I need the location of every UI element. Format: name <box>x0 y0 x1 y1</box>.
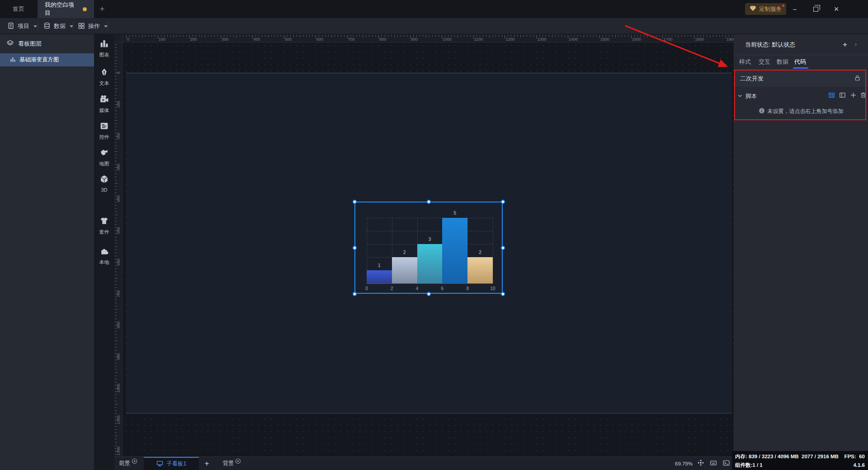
dock-item-4[interactable]: 控件 <box>99 121 109 141</box>
add-foreground-button[interactable] <box>132 458 137 465</box>
minimize-button[interactable]: − <box>784 0 805 18</box>
ruler-label: 1600 <box>632 37 641 42</box>
ruler-tick <box>240 35 240 37</box>
ruler-tick <box>115 287 117 288</box>
ruler-label: 700 <box>116 290 121 297</box>
fit-screen-button[interactable] <box>697 459 704 468</box>
board-tab-active[interactable]: 子看板1 <box>144 457 199 470</box>
selection-handle[interactable] <box>353 200 357 204</box>
ruler-tick <box>495 35 496 37</box>
ruler-tick <box>115 350 117 351</box>
dock-item-8[interactable]: 本地 <box>99 246 109 266</box>
puzzle-icon <box>99 246 109 258</box>
restore-button[interactable] <box>805 0 826 18</box>
ruler-tick <box>115 382 117 382</box>
chevron-right-icon[interactable]: › <box>855 41 857 47</box>
tab-home[interactable]: 首页 <box>5 0 32 18</box>
ruler-tick <box>394 35 395 38</box>
tab-current-project[interactable]: 我的空白项目 <box>38 0 94 18</box>
ruler-tick <box>115 95 117 95</box>
ruler-tick <box>375 35 376 37</box>
layout-view-button[interactable] <box>839 92 846 100</box>
ruler-tick <box>625 35 625 37</box>
ruler-label: 800 <box>379 37 386 42</box>
new-tab-button[interactable]: + <box>94 0 110 18</box>
console-button[interactable] <box>722 460 730 468</box>
selection-handle[interactable] <box>501 246 505 250</box>
inspector-tab-4[interactable]: 代码 <box>794 55 806 69</box>
ruler-tick <box>341 35 341 37</box>
keyboard-shortcuts-button[interactable] <box>709 460 718 468</box>
add-state-button[interactable]: + <box>840 40 849 49</box>
ruler-tick <box>426 35 426 38</box>
ruler-tick <box>363 35 363 38</box>
table-view-button[interactable] <box>828 92 835 100</box>
ruler-tick <box>115 63 117 64</box>
background-label[interactable]: 背景 <box>222 460 234 467</box>
close-button[interactable]: × <box>826 0 847 18</box>
zoom-level[interactable]: 69.79% <box>675 461 693 466</box>
menu-project[interactable]: 项目 <box>7 18 37 34</box>
ruler-tick <box>306 35 307 37</box>
ruler-tick <box>281 35 281 37</box>
dock-item-7[interactable]: 套件 <box>99 216 109 235</box>
selection-handle[interactable] <box>501 200 505 204</box>
ruler-tick <box>502 35 502 37</box>
dock-item-3[interactable]: 媒体 <box>99 94 109 114</box>
ruler-tick <box>145 35 146 37</box>
ruler-tick <box>722 35 723 37</box>
dock-item-5[interactable]: 地图 <box>99 148 109 167</box>
ruler-tick <box>115 123 117 124</box>
selection-handle[interactable] <box>501 292 505 296</box>
ruler-tick <box>265 35 265 37</box>
menu-data[interactable]: 数据 <box>43 18 73 34</box>
ruler-tick <box>115 76 117 76</box>
ruler-tick <box>435 35 436 37</box>
selection-handle[interactable] <box>353 292 357 296</box>
inspector-tab-3[interactable]: 数据 <box>777 55 788 69</box>
ruler-tick <box>115 127 117 127</box>
layers-panel: 看板图层 基础渐变直方图 <box>0 34 94 470</box>
ruler-tick <box>115 237 117 237</box>
menu-actions[interactable]: 操作 <box>78 18 108 34</box>
ruler-tick <box>716 35 717 37</box>
lock-icon[interactable] <box>854 75 861 83</box>
ruler-tick <box>243 35 243 37</box>
ruler-tick <box>404 35 404 37</box>
ruler-tick <box>524 35 524 37</box>
custom-service-badge[interactable]: 定制服务 <box>745 3 786 15</box>
dock-item-2[interactable]: 文本 <box>99 67 109 87</box>
dock-item-6[interactable]: 3D <box>99 174 109 193</box>
histogram-component[interactable]: 024681012352 <box>354 202 503 294</box>
ruler-tick <box>366 35 366 37</box>
ruler-tick <box>369 35 369 37</box>
selection-handle[interactable] <box>427 292 431 296</box>
ruler-tick <box>439 35 439 37</box>
layer-item-histogram[interactable]: 基础渐变直方图 <box>0 53 94 66</box>
ruler-label: 300 <box>116 164 121 171</box>
inspector-tab-1[interactable]: 样式 <box>739 55 751 69</box>
selection-handle[interactable] <box>427 200 431 204</box>
add-script-button[interactable] <box>850 92 857 100</box>
add-background-button[interactable] <box>235 458 241 465</box>
ruler-tick <box>115 445 117 446</box>
ruler-tick <box>115 309 118 310</box>
unsaved-dot-icon <box>83 7 87 11</box>
ruler-tick <box>599 35 600 38</box>
ruler-tick <box>533 35 533 37</box>
ruler-label: 400 <box>116 196 121 202</box>
foreground-label[interactable]: 前景 <box>119 460 130 467</box>
script-row[interactable]: 脚本 <box>734 89 868 104</box>
ruler-tick <box>262 35 262 37</box>
secondary-dev-section-header[interactable]: 二次开发 <box>734 70 868 87</box>
add-board-button[interactable]: + <box>199 459 214 468</box>
ruler-tick <box>517 35 518 37</box>
ruler-tick <box>499 35 499 37</box>
delete-script-button[interactable] <box>860 92 867 100</box>
ruler-tick <box>407 35 407 37</box>
selection-handle[interactable] <box>353 246 357 250</box>
ruler-tick <box>681 35 682 37</box>
ruler-tick <box>558 35 559 37</box>
inspector-tab-2[interactable]: 交互 <box>759 55 770 69</box>
dock-item-1[interactable]: 图表 <box>99 39 109 58</box>
